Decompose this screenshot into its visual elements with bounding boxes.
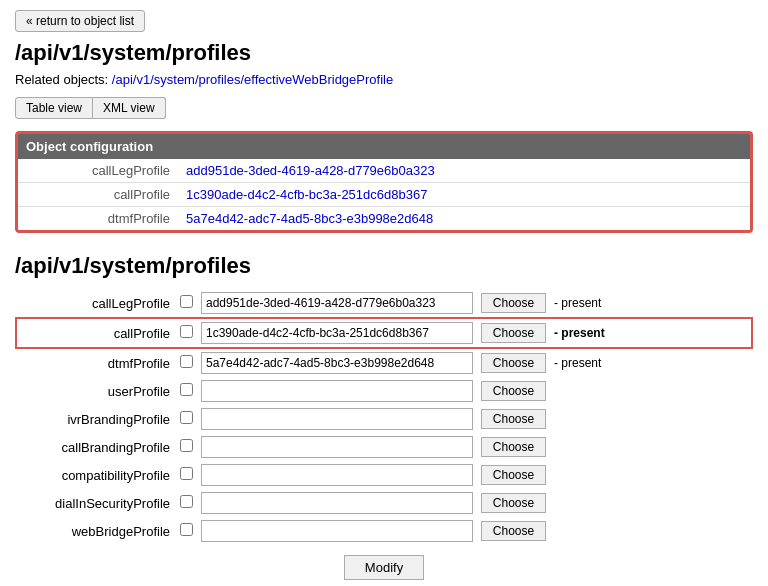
form-row-checkbox[interactable] bbox=[180, 495, 193, 508]
present-label bbox=[550, 489, 752, 517]
form-row-checkbox[interactable] bbox=[180, 295, 193, 308]
form-row-choose-cell: Choose bbox=[477, 405, 550, 433]
form-row-checkbox-cell bbox=[176, 433, 197, 461]
form-row: dialInSecurityProfile Choose bbox=[16, 489, 752, 517]
present-label bbox=[550, 433, 752, 461]
config-table-row: dtmfProfile 5a7e4d42-adc7-4ad5-8bc3-e3b9… bbox=[18, 207, 750, 231]
config-row-label: callProfile bbox=[18, 183, 178, 207]
page-title: /api/v1/system/profiles bbox=[15, 40, 753, 66]
form-row-input[interactable] bbox=[201, 380, 473, 402]
form-row-label: dtmfProfile bbox=[16, 348, 176, 377]
form-row-checkbox-cell bbox=[176, 289, 197, 318]
present-label: - present bbox=[550, 318, 752, 348]
form-row-input-cell bbox=[197, 517, 477, 545]
form-row: callLegProfile Choose - present bbox=[16, 289, 752, 318]
form-row: compatibilityProfile Choose bbox=[16, 461, 752, 489]
form-row-label: userProfile bbox=[16, 377, 176, 405]
config-row-label: dtmfProfile bbox=[18, 207, 178, 231]
form-row-checkbox[interactable] bbox=[180, 411, 193, 424]
form-row-choose-cell: Choose bbox=[477, 318, 550, 348]
form-row-checkbox-cell bbox=[176, 348, 197, 377]
config-section: Object configuration callLegProfile add9… bbox=[15, 131, 753, 233]
form-row-checkbox[interactable] bbox=[180, 325, 193, 338]
form-row-label: callProfile bbox=[16, 318, 176, 348]
form-row: userProfile Choose bbox=[16, 377, 752, 405]
form-row-checkbox[interactable] bbox=[180, 523, 193, 536]
config-table-header: Object configuration bbox=[18, 134, 750, 159]
choose-button[interactable]: Choose bbox=[481, 437, 546, 457]
form-row-label: callLegProfile bbox=[16, 289, 176, 318]
form-row-input-cell bbox=[197, 289, 477, 318]
form-row-checkbox-cell bbox=[176, 318, 197, 348]
form-row-input[interactable] bbox=[201, 322, 473, 344]
choose-button[interactable]: Choose bbox=[481, 409, 546, 429]
form-row: ivrBrandingProfile Choose bbox=[16, 405, 752, 433]
form-row-input[interactable] bbox=[201, 408, 473, 430]
view-toggle: Table view XML view bbox=[15, 97, 753, 119]
present-label bbox=[550, 461, 752, 489]
form-row-checkbox[interactable] bbox=[180, 467, 193, 480]
form-row-label: callBrandingProfile bbox=[16, 433, 176, 461]
form-row-input[interactable] bbox=[201, 520, 473, 542]
related-objects-label: Related objects: bbox=[15, 72, 108, 87]
form-row: webBridgeProfile Choose bbox=[16, 517, 752, 545]
choose-button[interactable]: Choose bbox=[481, 381, 546, 401]
form-row-input-cell bbox=[197, 461, 477, 489]
config-row-link[interactable]: 1c390ade-d4c2-4cfb-bc3a-251dc6d8b367 bbox=[186, 187, 427, 202]
choose-button[interactable]: Choose bbox=[481, 353, 546, 373]
config-row-link[interactable]: add951de-3ded-4619-a428-d779e6b0a323 bbox=[186, 163, 435, 178]
form-row-choose-cell: Choose bbox=[477, 348, 550, 377]
form-row-checkbox-cell bbox=[176, 489, 197, 517]
form-row-input[interactable] bbox=[201, 436, 473, 458]
related-objects-link[interactable]: /api/v1/system/profiles/effectiveWebBrid… bbox=[112, 72, 393, 87]
config-table: Object configuration callLegProfile add9… bbox=[18, 134, 750, 230]
form-row-input[interactable] bbox=[201, 292, 473, 314]
choose-button[interactable]: Choose bbox=[481, 323, 546, 343]
config-row-value[interactable]: add951de-3ded-4619-a428-d779e6b0a323 bbox=[178, 159, 750, 183]
form-row-input-cell bbox=[197, 489, 477, 517]
form-table: callLegProfile Choose - present callProf… bbox=[15, 289, 753, 545]
form-row-checkbox[interactable] bbox=[180, 439, 193, 452]
back-button[interactable]: « return to object list bbox=[15, 10, 145, 32]
choose-button[interactable]: Choose bbox=[481, 293, 546, 313]
form-row-input[interactable] bbox=[201, 464, 473, 486]
form-row-input-cell bbox=[197, 348, 477, 377]
choose-button[interactable]: Choose bbox=[481, 521, 546, 541]
present-label: - present bbox=[550, 348, 752, 377]
modify-button-wrap: Modify bbox=[15, 555, 753, 580]
modify-button[interactable]: Modify bbox=[344, 555, 424, 580]
config-row-label: callLegProfile bbox=[18, 159, 178, 183]
form-row-input-cell bbox=[197, 318, 477, 348]
present-label bbox=[550, 405, 752, 433]
config-row-link[interactable]: 5a7e4d42-adc7-4ad5-8bc3-e3b998e2d648 bbox=[186, 211, 433, 226]
form-row-label: compatibilityProfile bbox=[16, 461, 176, 489]
present-label bbox=[550, 517, 752, 545]
form-row-label: ivrBrandingProfile bbox=[16, 405, 176, 433]
config-table-row: callLegProfile add951de-3ded-4619-a428-d… bbox=[18, 159, 750, 183]
choose-button[interactable]: Choose bbox=[481, 465, 546, 485]
form-row-label: webBridgeProfile bbox=[16, 517, 176, 545]
form-row-checkbox[interactable] bbox=[180, 383, 193, 396]
present-label bbox=[550, 377, 752, 405]
form-row-input-cell bbox=[197, 433, 477, 461]
table-view-button[interactable]: Table view bbox=[15, 97, 93, 119]
present-label: - present bbox=[550, 289, 752, 318]
form-row-input[interactable] bbox=[201, 492, 473, 514]
form-row: dtmfProfile Choose - present bbox=[16, 348, 752, 377]
form-row-choose-cell: Choose bbox=[477, 289, 550, 318]
xml-view-button[interactable]: XML view bbox=[93, 97, 166, 119]
form-row-choose-cell: Choose bbox=[477, 433, 550, 461]
config-row-value[interactable]: 5a7e4d42-adc7-4ad5-8bc3-e3b998e2d648 bbox=[178, 207, 750, 231]
form-row-choose-cell: Choose bbox=[477, 377, 550, 405]
form-row-choose-cell: Choose bbox=[477, 517, 550, 545]
choose-button[interactable]: Choose bbox=[481, 493, 546, 513]
form-row-checkbox-cell bbox=[176, 517, 197, 545]
form-row-input-cell bbox=[197, 377, 477, 405]
section2-title: /api/v1/system/profiles bbox=[15, 253, 753, 279]
config-table-row: callProfile 1c390ade-d4c2-4cfb-bc3a-251d… bbox=[18, 183, 750, 207]
config-row-value[interactable]: 1c390ade-d4c2-4cfb-bc3a-251dc6d8b367 bbox=[178, 183, 750, 207]
form-row-label: dialInSecurityProfile bbox=[16, 489, 176, 517]
form-row-checkbox[interactable] bbox=[180, 355, 193, 368]
form-row-input[interactable] bbox=[201, 352, 473, 374]
form-row-choose-cell: Choose bbox=[477, 461, 550, 489]
